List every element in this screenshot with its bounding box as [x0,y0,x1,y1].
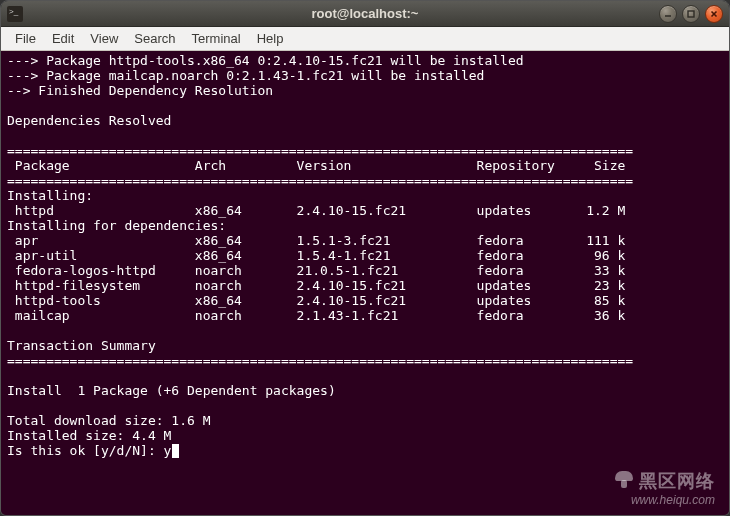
output-line: --> Finished Dependency Resolution [7,83,273,98]
window-controls [659,5,729,23]
menubar: File Edit View Search Terminal Help [1,27,729,51]
menu-edit[interactable]: Edit [44,29,82,48]
menu-search[interactable]: Search [126,29,183,48]
table-row: mailcap noarch 2.1.43-1.fc21 fedora 36 k [7,308,625,323]
table-header: Package Arch Version Repository Size [7,158,625,173]
table-divider: ========================================… [7,143,633,158]
output-line: ---> Package mailcap.noarch 0:2.1.43-1.f… [7,68,484,83]
menu-help[interactable]: Help [249,29,292,48]
table-divider: ========================================… [7,173,633,188]
prompt-line: Is this ok [y/d/N]: y [7,443,171,458]
table-row: fedora-logos-httpd noarch 21.0.5-1.fc21 … [7,263,625,278]
window-title: root@localhost:~ [1,6,729,21]
menu-view[interactable]: View [82,29,126,48]
section-header: Installing for dependencies: [7,218,226,233]
output-line: Dependencies Resolved [7,113,171,128]
maximize-button[interactable] [682,5,700,23]
svg-rect-1 [688,11,694,17]
text-cursor [172,444,179,458]
table-row: httpd-tools x86_64 2.4.10-15.fc21 update… [7,293,625,308]
section-header: Installing: [7,188,93,203]
menu-terminal[interactable]: Terminal [184,29,249,48]
table-row: httpd x86_64 2.4.10-15.fc21 updates 1.2 … [7,203,625,218]
output-line: Install 1 Package (+6 Dependent packages… [7,383,336,398]
close-button[interactable] [705,5,723,23]
output-line: Total download size: 1.6 M [7,413,211,428]
table-row: httpd-filesystem noarch 2.4.10-15.fc21 u… [7,278,625,293]
terminal-output[interactable]: ---> Package httpd-tools.x86_64 0:2.4.10… [1,51,729,515]
terminal-icon: >_ [7,6,23,22]
output-line: Transaction Summary [7,338,156,353]
output-line: Installed size: 4.4 M [7,428,171,443]
table-row: apr x86_64 1.5.1-3.fc21 fedora 111 k [7,233,625,248]
output-line: ---> Package httpd-tools.x86_64 0:2.4.10… [7,53,524,68]
menu-file[interactable]: File [7,29,44,48]
minimize-button[interactable] [659,5,677,23]
table-divider: ========================================… [7,353,633,368]
table-row: apr-util x86_64 1.5.4-1.fc21 fedora 96 k [7,248,625,263]
window-titlebar: >_ root@localhost:~ [1,1,729,27]
